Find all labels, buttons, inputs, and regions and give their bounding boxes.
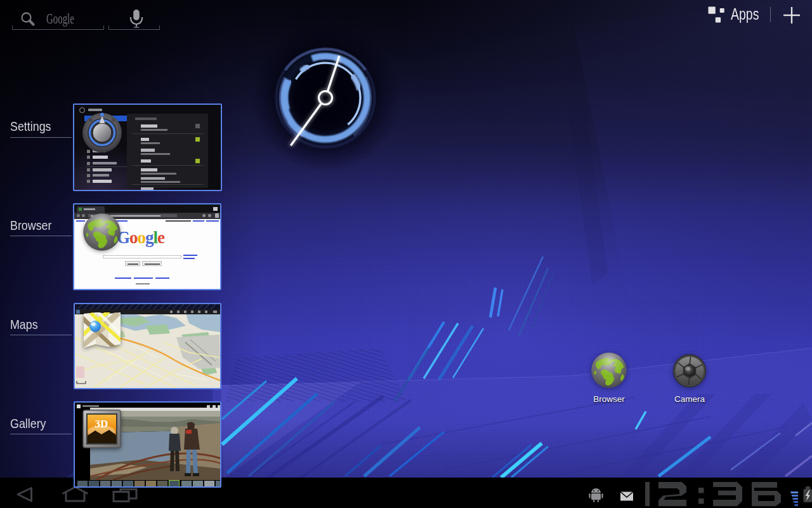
svg-text:3D: 3D [95,418,108,430]
